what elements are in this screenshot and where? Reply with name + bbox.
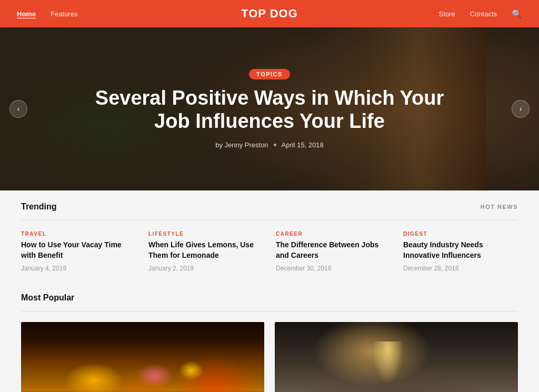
trending-item-2: CAREER The Difference Between Jobs and C… xyxy=(276,231,391,272)
trending-category-2: CAREER xyxy=(276,231,391,237)
popular-card-1[interactable] xyxy=(275,322,518,392)
trending-category-0: TRAVEL xyxy=(21,231,136,237)
popular-image-1 xyxy=(275,322,518,392)
site-logo[interactable]: TOP DOG xyxy=(241,7,298,21)
popular-grid xyxy=(21,322,518,392)
chevron-left-icon: ‹ xyxy=(17,104,19,114)
trending-item-0: TRAVEL How to Use Your Vacay Time with B… xyxy=(21,231,136,272)
city-image xyxy=(21,322,264,392)
hero-content: TOPICS Several Positive Ways in Which Yo… xyxy=(69,69,470,149)
trending-grid: TRAVEL How to Use Your Vacay Time with B… xyxy=(21,231,518,288)
nav-links-left: Home Features xyxy=(17,10,77,18)
nav-link-contacts[interactable]: Contacts xyxy=(470,10,497,18)
trending-item-3: DIGEST Beauty Industry Needs Innovative … xyxy=(403,231,518,272)
search-icon[interactable]: 🔍 xyxy=(512,9,522,19)
chevron-right-icon: › xyxy=(519,104,522,114)
hero-meta-separator xyxy=(274,144,276,146)
trending-header: Trending HOT NEWS xyxy=(21,190,518,220)
trending-date-3: December 28, 2018 xyxy=(403,265,518,272)
navigation: Home Features TOP DOG Store Contacts 🔍 xyxy=(0,0,539,27)
nav-link-home[interactable]: Home xyxy=(17,10,36,18)
trending-category-1: LIFESTYLE xyxy=(148,231,263,237)
hero-meta: by Jenny Preston April 15, 2018 xyxy=(91,141,448,149)
office-image xyxy=(275,322,518,392)
trending-date-1: January 2, 2019 xyxy=(148,265,263,272)
trending-title-1[interactable]: When Life Gives Lemons, Use Them for Lem… xyxy=(148,240,263,260)
hero-author: by Jenny Preston xyxy=(215,141,268,149)
trending-date-2: December 30, 2018 xyxy=(276,265,391,272)
trending-title-0[interactable]: How to Use Your Vacay Time with Benefit xyxy=(21,240,136,260)
hero-badge: TOPICS xyxy=(249,69,290,79)
main-content: Trending HOT NEWS TRAVEL How to Use Your… xyxy=(0,190,539,392)
nav-link-store[interactable]: Store xyxy=(439,10,455,18)
trending-title-2[interactable]: The Difference Between Jobs and Careers xyxy=(276,240,391,260)
trending-title-3[interactable]: Beauty Industry Needs Innovative Influen… xyxy=(403,240,518,260)
hero-date: April 15, 2018 xyxy=(282,141,324,149)
hero-title: Several Positive Ways in Which Your Job … xyxy=(91,87,448,133)
trending-item-1: LIFESTYLE When Life Gives Lemons, Use Th… xyxy=(148,231,263,272)
hero-section: ‹ TOPICS Several Positive Ways in Which … xyxy=(0,27,539,190)
most-popular-section: Most Popular xyxy=(21,288,518,392)
hero-next-button[interactable]: › xyxy=(512,100,530,118)
most-popular-header: Most Popular xyxy=(21,288,518,311)
trending-category-3: DIGEST xyxy=(403,231,518,237)
nav-link-features[interactable]: Features xyxy=(51,10,77,18)
hot-news-tag: HOT NEWS xyxy=(481,204,518,210)
popular-image-0 xyxy=(21,322,264,392)
popular-card-0[interactable] xyxy=(21,322,264,392)
trending-date-0: January 4, 2019 xyxy=(21,265,136,272)
trending-section: Trending HOT NEWS TRAVEL How to Use Your… xyxy=(21,190,518,288)
most-popular-title: Most Popular xyxy=(21,293,74,303)
trending-title: Trending xyxy=(21,202,57,212)
hero-prev-button[interactable]: ‹ xyxy=(9,100,27,118)
